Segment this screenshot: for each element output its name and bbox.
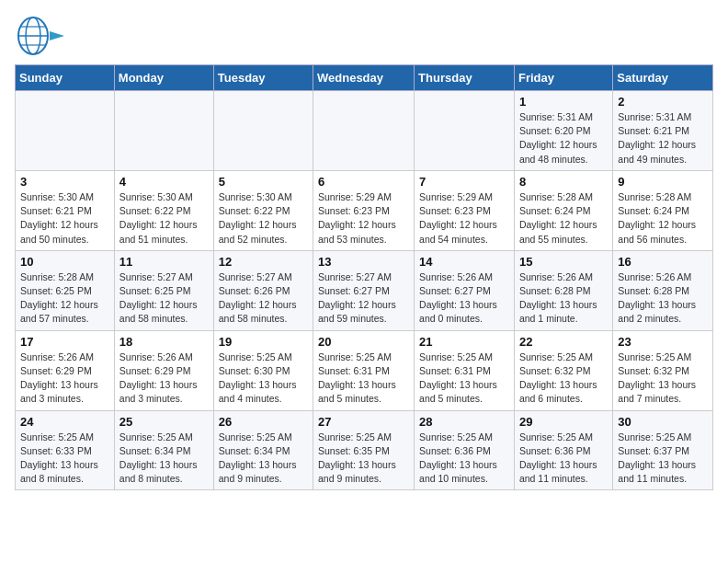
day-number: 29 <box>519 415 608 429</box>
calendar-cell: 14Sunrise: 5:26 AMSunset: 6:27 PMDayligh… <box>415 250 515 330</box>
weekday-header-wednesday: Wednesday <box>313 65 415 91</box>
day-info: Sunrise: 5:27 AMSunset: 6:25 PMDaylight:… <box>119 270 209 327</box>
day-info: Sunrise: 5:26 AMSunset: 6:28 PMDaylight:… <box>618 270 708 327</box>
calendar-cell <box>114 91 213 171</box>
day-number: 18 <box>119 335 209 349</box>
calendar-cell: 3Sunrise: 5:30 AMSunset: 6:21 PMDaylight… <box>16 170 115 250</box>
calendar-cell <box>415 91 515 171</box>
day-info: Sunrise: 5:26 AMSunset: 6:29 PMDaylight:… <box>119 350 209 407</box>
calendar-cell: 26Sunrise: 5:25 AMSunset: 6:34 PMDayligh… <box>213 410 313 490</box>
calendar-cell: 25Sunrise: 5:25 AMSunset: 6:34 PMDayligh… <box>114 410 213 490</box>
day-number: 19 <box>219 335 308 349</box>
calendar-header-row: SundayMondayTuesdayWednesdayThursdayFrid… <box>16 65 713 91</box>
calendar-cell: 6Sunrise: 5:29 AMSunset: 6:23 PMDaylight… <box>313 170 415 250</box>
day-info: Sunrise: 5:29 AMSunset: 6:23 PMDaylight:… <box>318 190 409 247</box>
calendar-cell <box>213 91 313 171</box>
calendar-cell: 7Sunrise: 5:29 AMSunset: 6:23 PMDaylight… <box>415 170 515 250</box>
weekday-header-thursday: Thursday <box>415 65 515 91</box>
day-info: Sunrise: 5:25 AMSunset: 6:30 PMDaylight:… <box>219 350 308 407</box>
weekday-header-tuesday: Tuesday <box>213 65 313 91</box>
day-info: Sunrise: 5:25 AMSunset: 6:31 PMDaylight:… <box>318 350 409 407</box>
weekday-header-monday: Monday <box>114 65 213 91</box>
calendar-cell: 15Sunrise: 5:26 AMSunset: 6:28 PMDayligh… <box>514 250 612 330</box>
day-info: Sunrise: 5:29 AMSunset: 6:23 PMDaylight:… <box>419 190 509 247</box>
logo-icon <box>15 15 66 57</box>
day-number: 26 <box>219 415 308 429</box>
day-number: 4 <box>119 175 209 189</box>
day-info: Sunrise: 5:31 AMSunset: 6:20 PMDaylight:… <box>519 110 608 167</box>
calendar-cell: 16Sunrise: 5:26 AMSunset: 6:28 PMDayligh… <box>613 250 713 330</box>
day-info: Sunrise: 5:26 AMSunset: 6:28 PMDaylight:… <box>519 270 608 327</box>
day-number: 7 <box>419 175 509 189</box>
weekday-header-sunday: Sunday <box>16 65 115 91</box>
day-number: 24 <box>20 415 109 429</box>
day-info: Sunrise: 5:25 AMSunset: 6:33 PMDaylight:… <box>20 431 109 487</box>
day-info: Sunrise: 5:25 AMSunset: 6:35 PMDaylight:… <box>318 431 409 487</box>
calendar-week-row: 3Sunrise: 5:30 AMSunset: 6:21 PMDaylight… <box>16 170 713 250</box>
day-info: Sunrise: 5:27 AMSunset: 6:26 PMDaylight:… <box>219 270 308 327</box>
day-number: 12 <box>219 255 308 269</box>
day-number: 1 <box>519 95 608 109</box>
calendar-week-row: 10Sunrise: 5:28 AMSunset: 6:25 PMDayligh… <box>16 250 713 330</box>
weekday-header-saturday: Saturday <box>613 65 713 91</box>
day-number: 21 <box>419 335 509 349</box>
day-number: 16 <box>618 255 708 269</box>
page-header <box>15 15 713 57</box>
day-number: 8 <box>519 175 608 189</box>
calendar-cell: 17Sunrise: 5:26 AMSunset: 6:29 PMDayligh… <box>16 330 115 410</box>
day-info: Sunrise: 5:31 AMSunset: 6:21 PMDaylight:… <box>618 110 708 167</box>
calendar-week-row: 24Sunrise: 5:25 AMSunset: 6:33 PMDayligh… <box>16 410 713 490</box>
day-number: 14 <box>419 255 509 269</box>
calendar-cell: 21Sunrise: 5:25 AMSunset: 6:31 PMDayligh… <box>415 330 515 410</box>
day-number: 11 <box>119 255 209 269</box>
day-number: 5 <box>219 175 308 189</box>
day-info: Sunrise: 5:25 AMSunset: 6:36 PMDaylight:… <box>419 431 509 487</box>
day-number: 13 <box>318 255 409 269</box>
calendar-cell: 5Sunrise: 5:30 AMSunset: 6:22 PMDaylight… <box>213 170 313 250</box>
calendar-cell: 2Sunrise: 5:31 AMSunset: 6:21 PMDaylight… <box>613 91 713 171</box>
day-info: Sunrise: 5:28 AMSunset: 6:24 PMDaylight:… <box>519 190 608 247</box>
calendar-cell: 8Sunrise: 5:28 AMSunset: 6:24 PMDaylight… <box>514 170 612 250</box>
calendar-cell: 18Sunrise: 5:26 AMSunset: 6:29 PMDayligh… <box>114 330 213 410</box>
calendar-cell: 13Sunrise: 5:27 AMSunset: 6:27 PMDayligh… <box>313 250 415 330</box>
calendar-cell: 23Sunrise: 5:25 AMSunset: 6:32 PMDayligh… <box>613 330 713 410</box>
day-info: Sunrise: 5:26 AMSunset: 6:27 PMDaylight:… <box>419 270 509 327</box>
day-info: Sunrise: 5:27 AMSunset: 6:27 PMDaylight:… <box>318 270 409 327</box>
day-info: Sunrise: 5:30 AMSunset: 6:21 PMDaylight:… <box>20 190 109 247</box>
calendar-table: SundayMondayTuesdayWednesdayThursdayFrid… <box>15 64 713 490</box>
calendar-cell: 30Sunrise: 5:25 AMSunset: 6:37 PMDayligh… <box>613 410 713 490</box>
calendar-week-row: 17Sunrise: 5:26 AMSunset: 6:29 PMDayligh… <box>16 330 713 410</box>
day-number: 15 <box>519 255 608 269</box>
day-number: 22 <box>519 335 608 349</box>
calendar-cell: 29Sunrise: 5:25 AMSunset: 6:36 PMDayligh… <box>514 410 612 490</box>
day-info: Sunrise: 5:25 AMSunset: 6:34 PMDaylight:… <box>219 431 308 487</box>
day-number: 9 <box>618 175 708 189</box>
day-number: 10 <box>20 255 109 269</box>
day-info: Sunrise: 5:25 AMSunset: 6:34 PMDaylight:… <box>119 431 209 487</box>
day-number: 23 <box>618 335 708 349</box>
calendar-cell: 1Sunrise: 5:31 AMSunset: 6:20 PMDaylight… <box>514 91 612 171</box>
weekday-header-friday: Friday <box>514 65 612 91</box>
logo <box>15 15 68 57</box>
day-number: 3 <box>20 175 109 189</box>
calendar-cell: 20Sunrise: 5:25 AMSunset: 6:31 PMDayligh… <box>313 330 415 410</box>
day-number: 2 <box>618 95 708 109</box>
calendar-cell: 12Sunrise: 5:27 AMSunset: 6:26 PMDayligh… <box>213 250 313 330</box>
calendar-cell: 22Sunrise: 5:25 AMSunset: 6:32 PMDayligh… <box>514 330 612 410</box>
calendar-cell: 4Sunrise: 5:30 AMSunset: 6:22 PMDaylight… <box>114 170 213 250</box>
calendar-cell: 24Sunrise: 5:25 AMSunset: 6:33 PMDayligh… <box>16 410 115 490</box>
day-info: Sunrise: 5:30 AMSunset: 6:22 PMDaylight:… <box>119 190 209 247</box>
day-info: Sunrise: 5:26 AMSunset: 6:29 PMDaylight:… <box>20 350 109 407</box>
day-info: Sunrise: 5:25 AMSunset: 6:37 PMDaylight:… <box>618 431 708 487</box>
day-number: 6 <box>318 175 409 189</box>
day-info: Sunrise: 5:25 AMSunset: 6:36 PMDaylight:… <box>519 431 608 487</box>
calendar-cell: 10Sunrise: 5:28 AMSunset: 6:25 PMDayligh… <box>16 250 115 330</box>
day-info: Sunrise: 5:28 AMSunset: 6:24 PMDaylight:… <box>618 190 708 247</box>
day-number: 27 <box>318 415 409 429</box>
day-info: Sunrise: 5:30 AMSunset: 6:22 PMDaylight:… <box>219 190 308 247</box>
day-number: 20 <box>318 335 409 349</box>
calendar-week-row: 1Sunrise: 5:31 AMSunset: 6:20 PMDaylight… <box>16 91 713 171</box>
calendar-cell: 27Sunrise: 5:25 AMSunset: 6:35 PMDayligh… <box>313 410 415 490</box>
day-number: 17 <box>20 335 109 349</box>
day-number: 25 <box>119 415 209 429</box>
